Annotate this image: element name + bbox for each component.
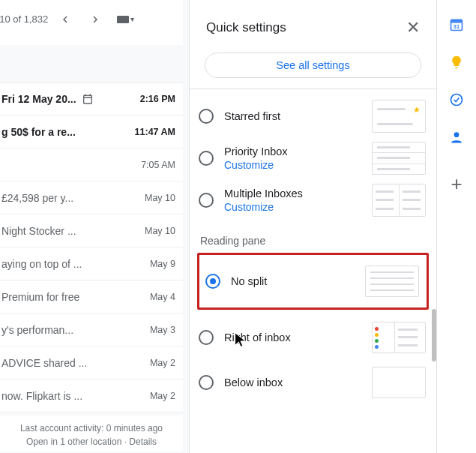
email-time: May 2 — [150, 391, 175, 401]
tasks-app-icon[interactable] — [448, 92, 465, 108]
next-page-button[interactable] — [82, 7, 108, 32]
option-label: Priority Inbox — [224, 146, 364, 158]
email-row[interactable]: y's performan... May 3 — [0, 314, 183, 346]
email-row[interactable]: g 50$ for a re... 11:47 AM — [0, 116, 183, 148]
inbox-option-priority-inbox[interactable]: Priority Inbox Customize — [190, 137, 436, 179]
radio-icon[interactable] — [199, 193, 214, 208]
email-subject: y's performan... — [1, 324, 73, 336]
add-addon-button[interactable]: + — [451, 174, 462, 194]
radio-icon[interactable] — [199, 330, 214, 345]
radio-icon[interactable] — [199, 109, 214, 124]
radio-icon[interactable] — [199, 151, 214, 166]
option-label: Multiple Inboxes — [224, 188, 364, 200]
option-label: No split — [231, 275, 358, 287]
email-subject: £24,598 per y... — [1, 192, 73, 204]
email-row[interactable]: aying on top of ... May 9 — [0, 248, 183, 280]
radio-icon[interactable] — [199, 375, 214, 390]
thumbnail-multiple-icon — [372, 184, 426, 217]
email-time: May 4 — [150, 292, 175, 302]
email-row[interactable]: Night Stocker ... May 10 — [0, 214, 183, 248]
email-row[interactable]: ADVICE shared ... May 2 — [0, 346, 183, 380]
chevron-right-icon — [88, 13, 102, 26]
divider — [190, 88, 436, 89]
see-all-settings-button[interactable]: See all settings — [205, 52, 421, 78]
reading-pane-below[interactable]: Below inbox — [190, 362, 436, 403]
reading-pane-right[interactable]: Right of inbox — [190, 317, 436, 358]
email-row[interactable]: £24,598 per y... May 10 — [0, 182, 183, 214]
email-subject: g 50$ for a re... — [1, 126, 76, 138]
prev-page-button[interactable] — [52, 7, 78, 32]
quick-settings-title: Quick settings — [206, 20, 286, 35]
email-time: May 3 — [150, 325, 175, 335]
account-activity-footer[interactable]: Last account activity: 0 minutes ago Ope… — [0, 416, 183, 452]
inbox-option-multiple-inboxes[interactable]: Multiple Inboxes Customize — [190, 179, 436, 221]
thumbnail-belowsplit-icon — [372, 367, 426, 398]
email-time: 2:16 PM — [140, 94, 175, 104]
svg-point-4 — [454, 132, 460, 137]
email-list: Fri 12 May 20... 2:16 PM g 50$ for a re.… — [0, 82, 183, 412]
thumbnail-priority-icon — [372, 142, 426, 175]
email-time: May 2 — [150, 358, 175, 368]
email-subject: Premium for free — [1, 291, 79, 303]
email-subject: aying on top of ... — [1, 258, 82, 270]
email-row[interactable]: Premium for free May 4 — [0, 280, 183, 314]
thumbnail-nosplit-icon — [365, 266, 419, 297]
svg-rect-1 — [451, 20, 463, 22]
caret-down-icon: ▾ — [130, 15, 134, 23]
calendar-event-icon — [81, 92, 94, 106]
email-subject: Fri 12 May 20... — [1, 93, 76, 105]
email-row[interactable]: Fri 12 May 20... 2:16 PM — [0, 82, 183, 116]
email-time: May 10 — [145, 193, 175, 203]
email-time: May 10 — [145, 226, 175, 236]
calendar-app-icon[interactable]: 31 — [448, 16, 465, 33]
email-time: 7:05 AM — [141, 160, 175, 170]
option-label: Right of inbox — [224, 332, 364, 344]
email-row[interactable]: 7:05 AM — [0, 148, 183, 182]
keyboard-icon — [117, 16, 129, 23]
customize-link[interactable]: Customize — [224, 159, 364, 171]
keep-app-icon[interactable] — [448, 54, 465, 70]
customize-link[interactable]: Customize — [224, 201, 364, 213]
activity-line1: Last account activity: 0 minutes ago — [3, 422, 180, 435]
email-subject: now. Flipkart is ... — [1, 390, 82, 402]
email-time: 11:47 AM — [135, 127, 175, 137]
radio-icon[interactable] — [205, 274, 220, 289]
thumbnail-rightsplit-icon — [372, 322, 426, 353]
email-subject: Night Stocker ... — [1, 225, 76, 237]
contacts-app-icon[interactable] — [448, 129, 465, 146]
inbox-option-starred-first[interactable]: Starred first ★ — [190, 95, 436, 137]
option-label: Starred first — [224, 110, 364, 122]
chevron-left-icon — [58, 13, 72, 26]
email-time: May 9 — [150, 259, 175, 269]
email-subject: ADVICE shared ... — [1, 357, 87, 369]
email-row[interactable]: now. Flipkart is ... May 2 — [0, 380, 183, 412]
option-label: Below inbox — [224, 376, 364, 388]
pagination-range: –10 of 1,832 — [0, 14, 48, 25]
input-tools-button[interactable]: ▾ — [117, 15, 134, 23]
reading-pane-no-split[interactable]: No split — [199, 255, 427, 308]
activity-line2: Open in 1 other location · Details — [3, 435, 180, 448]
highlighted-selection-box: No split — [197, 253, 429, 310]
svg-point-3 — [451, 94, 463, 106]
quick-settings-panel: Quick settings ✕ See all settings Starre… — [189, 0, 436, 453]
close-settings-button[interactable]: ✕ — [402, 15, 424, 40]
svg-text:31: 31 — [454, 23, 460, 30]
thumbnail-starred-icon: ★ — [372, 100, 426, 133]
side-panel-rail: 31 + — [436, 0, 476, 453]
reading-pane-header: Reading pane — [190, 221, 436, 253]
